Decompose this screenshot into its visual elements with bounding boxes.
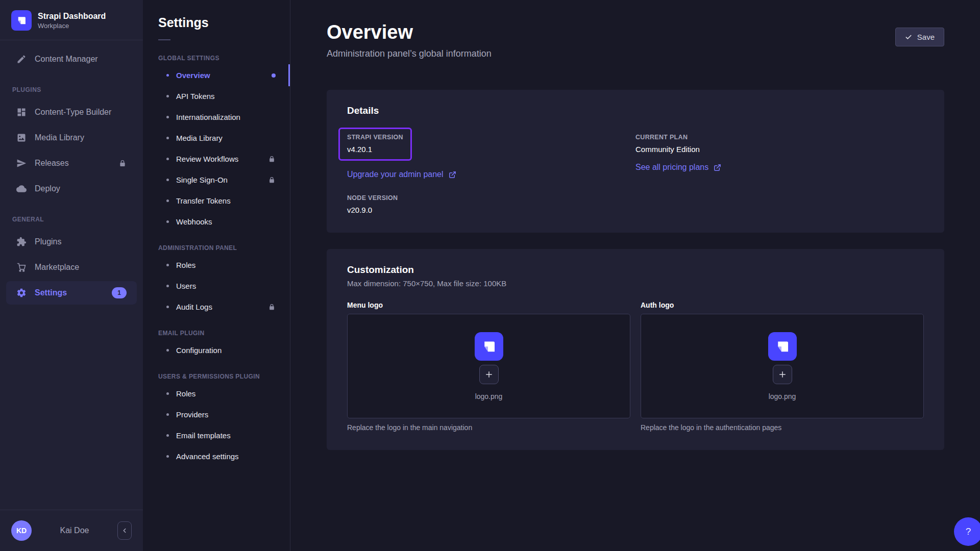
collapse-sidebar-button[interactable] bbox=[117, 521, 132, 540]
bullet-icon bbox=[166, 158, 169, 160]
settings-nav-item-review-workflows[interactable]: Review Workflows bbox=[143, 148, 290, 169]
help-button[interactable]: ? bbox=[954, 517, 980, 546]
bullet-icon bbox=[166, 179, 169, 181]
details-title: Details bbox=[347, 105, 924, 116]
add-auth-logo-button[interactable] bbox=[773, 365, 792, 384]
current-plan-value: Community Edition bbox=[635, 145, 924, 154]
menu-logo-caption: Replace the logo in the main navigation bbox=[347, 423, 630, 432]
auth-logo-dropzone[interactable]: logo.png bbox=[641, 314, 924, 418]
sidebar-item-label: Releases bbox=[35, 159, 69, 168]
lock-icon bbox=[268, 155, 276, 163]
settings-nav-item-audit-logs[interactable]: Audit Logs bbox=[143, 296, 290, 317]
sidebar-item-settings[interactable]: Settings 1 bbox=[6, 281, 137, 305]
sidebar-item-marketplace[interactable]: Marketplace bbox=[6, 256, 137, 279]
external-link-icon bbox=[449, 171, 456, 179]
customization-title: Customization bbox=[347, 264, 924, 276]
menu-logo-label: Menu logo bbox=[347, 301, 630, 309]
details-card: Details STRAPI VERSION v4.20.1 Upgrade y… bbox=[327, 90, 944, 233]
settings-nav-item-advanced-settings[interactable]: Advanced settings bbox=[143, 446, 290, 467]
check-icon bbox=[905, 34, 912, 41]
settings-nav-item-admin-users[interactable]: Users bbox=[143, 276, 290, 296]
sidebar-item-label: Settings bbox=[35, 288, 67, 297]
bullet-icon bbox=[166, 413, 169, 416]
settings-nav-label: Webhooks bbox=[176, 217, 212, 226]
nav-section-general: GENERAL bbox=[0, 203, 143, 228]
settings-sidebar: Settings GLOBAL SETTINGS Overview API To… bbox=[143, 0, 290, 551]
sidebar-item-label: Plugins bbox=[35, 237, 61, 246]
workspace-name: Workplace bbox=[38, 22, 106, 30]
bullet-icon bbox=[166, 220, 169, 223]
image-icon bbox=[16, 133, 27, 143]
settings-nav-item-email-configuration[interactable]: Configuration bbox=[143, 340, 290, 361]
settings-nav-label: Roles bbox=[176, 261, 195, 269]
bullet-icon bbox=[166, 455, 169, 458]
sidebar-item-deploy[interactable]: Deploy bbox=[6, 177, 137, 201]
auth-logo-caption: Replace the logo in the authentication p… bbox=[641, 423, 924, 432]
settings-nav-label: Roles bbox=[176, 389, 195, 398]
bullet-icon bbox=[166, 95, 169, 97]
settings-nav-item-media-library[interactable]: Media Library bbox=[143, 128, 290, 148]
sidebar-item-content-manager[interactable]: Content Manager bbox=[6, 47, 137, 71]
main-sidebar: Strapi Dashboard Workplace Content Manag… bbox=[0, 0, 143, 551]
sidebar-item-releases[interactable]: Releases bbox=[6, 152, 137, 175]
settings-nav-label: Email templates bbox=[176, 431, 231, 440]
settings-nav-label: Overview bbox=[176, 71, 210, 80]
bullet-icon bbox=[166, 264, 169, 266]
settings-nav-item-internationalization[interactable]: Internationalization bbox=[143, 107, 290, 128]
strapi-version-highlight: STRAPI VERSION v4.20.1 bbox=[338, 128, 412, 161]
paper-plane-icon bbox=[16, 158, 27, 168]
settings-notification-badge: 1 bbox=[112, 287, 127, 298]
plus-icon bbox=[484, 370, 494, 379]
settings-nav-label: Media Library bbox=[176, 134, 223, 142]
settings-nav-item-webhooks[interactable]: Webhooks bbox=[143, 211, 290, 232]
add-menu-logo-button[interactable] bbox=[479, 365, 499, 384]
cart-icon bbox=[16, 262, 27, 272]
bullet-icon bbox=[166, 137, 169, 139]
section-global-settings: GLOBAL SETTINGS bbox=[143, 42, 290, 65]
lock-icon bbox=[268, 303, 276, 311]
menu-logo-dropzone[interactable]: logo.png bbox=[347, 314, 630, 418]
active-indicator bbox=[288, 64, 290, 86]
pricing-link-label: See all pricing plans bbox=[635, 163, 708, 172]
save-button[interactable]: Save bbox=[895, 28, 944, 46]
strapi-version-label: STRAPI VERSION bbox=[347, 134, 403, 141]
settings-nav-title: Settings bbox=[143, 15, 290, 30]
settings-nav-label: Transfer Tokens bbox=[176, 196, 231, 205]
settings-nav-item-overview[interactable]: Overview bbox=[143, 65, 290, 86]
settings-nav-item-admin-roles[interactable]: Roles bbox=[143, 255, 290, 276]
upgrade-admin-panel-link[interactable]: Upgrade your admin panel bbox=[347, 170, 456, 179]
lock-icon bbox=[268, 176, 276, 184]
customization-constraints: Max dimension: 750×750, Max file size: 1… bbox=[347, 279, 924, 288]
page-title: Overview bbox=[327, 21, 492, 43]
sidebar-item-plugins[interactable]: Plugins bbox=[6, 230, 137, 254]
section-administration-panel: ADMINISTRATION PANEL bbox=[143, 232, 290, 255]
customization-card: Customization Max dimension: 750×750, Ma… bbox=[327, 249, 944, 450]
workspace-switcher[interactable]: Strapi Dashboard Workplace bbox=[0, 0, 143, 40]
sidebar-item-label: Deploy bbox=[35, 184, 60, 193]
settings-nav-item-providers[interactable]: Providers bbox=[143, 404, 290, 425]
settings-nav-item-email-templates[interactable]: Email templates bbox=[143, 425, 290, 446]
pricing-plans-link[interactable]: See all pricing plans bbox=[635, 163, 721, 172]
sidebar-item-label: Marketplace bbox=[35, 263, 79, 272]
settings-nav-item-up-roles[interactable]: Roles bbox=[143, 383, 290, 404]
settings-nav-label: Single Sign-On bbox=[176, 176, 228, 184]
settings-nav-label: Audit Logs bbox=[176, 303, 212, 311]
bullet-icon bbox=[166, 392, 169, 395]
settings-nav-item-transfer-tokens[interactable]: Transfer Tokens bbox=[143, 190, 290, 211]
sidebar-item-content-type-builder[interactable]: Content-Type Builder bbox=[6, 101, 137, 124]
settings-nav-item-single-sign-on[interactable]: Single Sign-On bbox=[143, 169, 290, 190]
pencil-icon bbox=[16, 54, 27, 64]
settings-nav-label: API Tokens bbox=[176, 92, 215, 101]
upgrade-link-label: Upgrade your admin panel bbox=[347, 170, 444, 179]
bullet-icon bbox=[166, 199, 169, 202]
save-button-label: Save bbox=[917, 33, 935, 41]
sidebar-item-media-library[interactable]: Media Library bbox=[6, 126, 137, 149]
user-avatar[interactable]: KD bbox=[11, 520, 32, 541]
settings-nav-item-api-tokens[interactable]: API Tokens bbox=[143, 86, 290, 107]
main-content: Overview Administration panel’s global i… bbox=[290, 0, 980, 551]
user-name: Kai Doe bbox=[32, 526, 117, 535]
sidebar-item-label: Content-Type Builder bbox=[35, 108, 111, 117]
main-nav-list: Content Manager PLUGINS Content-Type Bui… bbox=[0, 40, 143, 510]
page-subtitle: Administration panel’s global informatio… bbox=[327, 48, 492, 59]
auth-logo-field: Auth logo logo.png Replace the logo in t… bbox=[641, 301, 924, 432]
